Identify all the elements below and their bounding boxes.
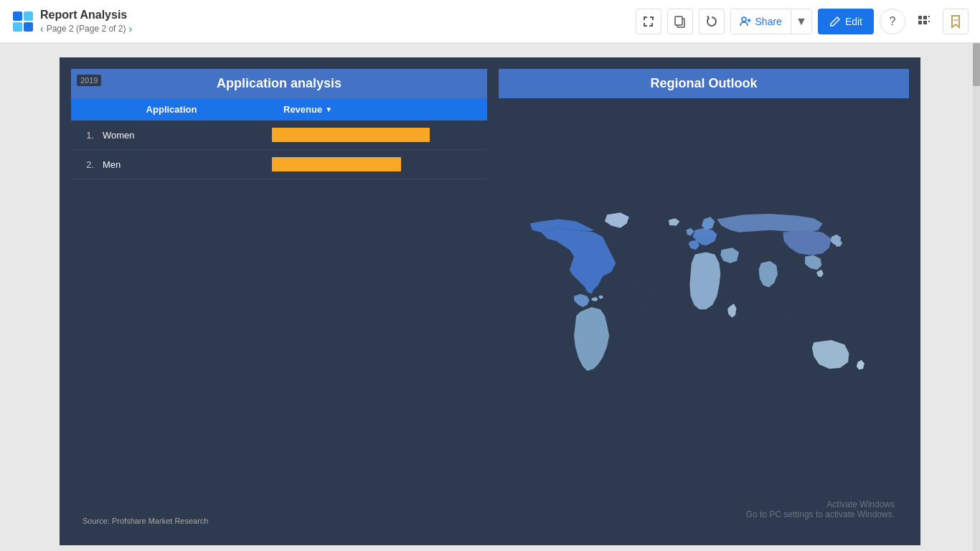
chevron-down-icon: ▼ [796,15,807,28]
edit-label: Edit [845,16,862,27]
svg-rect-10 [918,16,922,19]
share-dropdown-arrow[interactable]: ▼ [791,9,811,34]
col-revenue-label: Revenue [283,104,322,115]
refresh-icon [705,15,718,28]
logo-icon [11,10,34,33]
share-button[interactable]: Share ▼ [730,9,812,34]
svg-rect-12 [918,21,922,24]
scrollbar-thumb[interactable] [973,43,980,86]
app-title: Report Analysis [40,9,132,22]
svg-point-7 [742,17,746,22]
edit-button[interactable]: Edit [818,9,874,34]
topbar-right: Share ▼ Edit ? [636,9,969,34]
svg-rect-5 [675,17,682,25]
left-panel: 2019 Application analysis Application Re… [71,69,487,534]
topbar: Report Analysis ‹ Page 2 (Page 2 of 2) › [0,0,980,43]
activate-line1: Activate Windows [746,499,895,509]
svg-rect-0 [13,11,22,21]
share-main[interactable]: Share [731,9,791,34]
main-content: 2019 Application analysis Application Re… [0,43,980,551]
svg-rect-3 [24,22,33,32]
copy-icon-btn[interactable] [667,9,693,34]
svg-rect-15 [928,21,930,22]
svg-rect-14 [928,16,930,17]
bar-women [272,128,430,142]
help-icon: ? [890,15,896,28]
left-panel-header: 2019 Application analysis [71,69,487,98]
svg-rect-11 [923,16,927,19]
world-map [506,206,902,426]
bar-men [272,157,401,171]
bookmark-icon-btn[interactable] [943,9,969,34]
report-page: 2019 Application analysis Application Re… [60,57,920,545]
prev-page-arrow[interactable]: ‹ [40,23,44,34]
row-name-women: Women [100,130,272,141]
row-num-1: 1. [71,130,100,141]
refresh-icon-btn[interactable] [699,9,725,34]
expand-icon [642,15,655,28]
year-badge: 2019 [77,75,101,86]
activate-line2: Go to PC settings to activate Windows. [746,509,895,519]
title-nav: Report Analysis ‹ Page 2 (Page 2 of 2) › [40,9,132,34]
table-header: Application Revenue ▼ [71,98,487,121]
right-panel: Regional Outlook [499,69,909,534]
page-nav: ‹ Page 2 (Page 2 of 2) › [40,23,132,34]
grid-button[interactable] [911,9,937,34]
map-container: Activate Windows Go to PC settings to ac… [499,98,909,534]
table-row: 1. Women [71,121,487,150]
svg-rect-13 [923,21,927,24]
row-bar-men [272,157,487,171]
row-num-2: 2. [71,159,100,170]
copy-icon [674,15,687,28]
svg-rect-1 [24,11,33,21]
source-text: Source: Profshare Market Research [71,508,487,534]
logo-area: Report Analysis ‹ Page 2 (Page 2 of 2) › [11,9,132,34]
svg-point-20 [791,316,793,317]
bookmark-icon [948,14,963,29]
col-application-header[interactable]: Application [71,98,272,121]
right-panel-header: Regional Outlook [499,69,909,98]
activate-windows: Activate Windows Go to PC settings to ac… [746,499,895,519]
scrollbar[interactable] [973,43,980,551]
expand-icon-btn[interactable] [636,9,661,34]
table-row: 2. Men [71,150,487,179]
svg-point-19 [641,306,643,308]
sort-arrow-icon: ▼ [325,105,332,113]
left-panel-title: Application analysis [83,76,476,91]
next-page-arrow[interactable]: › [128,23,132,34]
row-bar-women [272,128,487,142]
svg-point-18 [650,293,651,295]
row-name-men: Men [100,159,272,170]
svg-rect-2 [13,22,22,32]
share-label: Share [755,16,782,27]
page-info: Page 2 (Page 2 of 2) [47,24,126,34]
col-revenue-header[interactable]: Revenue ▼ [272,98,487,121]
grid-icon [917,14,931,29]
person-add-icon [740,16,751,27]
edit-icon [829,16,841,27]
svg-point-17 [637,285,639,286]
help-button[interactable]: ? [880,9,905,34]
right-panel-title: Regional Outlook [510,76,897,91]
